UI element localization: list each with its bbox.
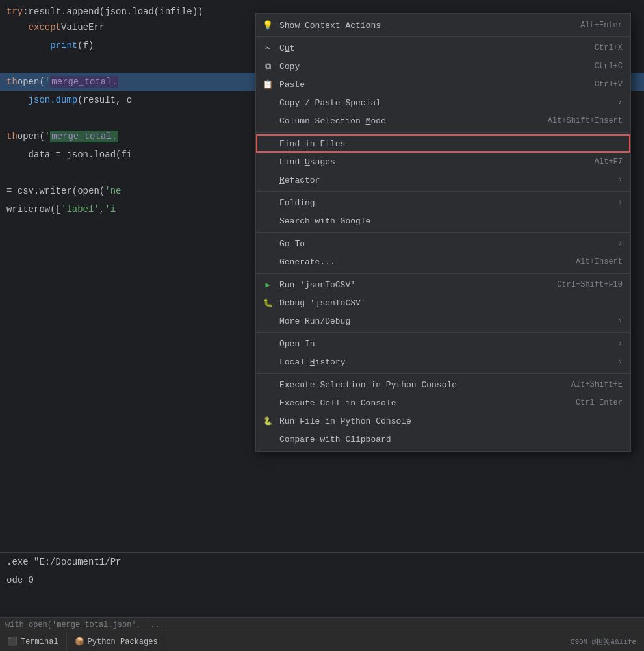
menu-divider	[256, 273, 630, 274]
arrow-icon: ›	[618, 175, 623, 185]
python-packages-tab-label: Python Packages	[88, 637, 158, 646]
menu-label: Generate...	[279, 257, 335, 267]
menu-item-search-google[interactable]: Search with Google	[256, 212, 630, 230]
menu-label: Local History	[279, 357, 345, 367]
menu-item-debug[interactable]: 🐛 Debug 'jsonToCSV'	[256, 294, 630, 312]
menu-item-generate[interactable]: Generate... Alt+Insert	[256, 253, 630, 271]
terminal-tab-label: Terminal	[21, 637, 58, 646]
menu-label: Find Usages	[279, 157, 335, 167]
menu-label: Folding	[279, 198, 315, 208]
shortcut: Ctrl+V	[595, 80, 623, 89]
arrow-icon: ›	[618, 239, 623, 248]
menu-label: Show Context Actions	[279, 21, 381, 31]
menu-label: Debug 'jsonToCSV'	[279, 298, 366, 308]
scissors-icon: ✂	[261, 43, 274, 53]
menu-label: More Run/Debug	[279, 316, 350, 326]
menu-divider	[256, 332, 630, 333]
menu-item-copy-paste-special[interactable]: Copy / Paste Special ›	[256, 94, 630, 112]
copy-icon: ⧉	[261, 62, 274, 71]
menu-divider	[256, 36, 630, 37]
arrow-icon: ›	[618, 316, 623, 326]
python-packages-tab[interactable]: 📦 Python Packages	[67, 632, 166, 651]
menu-item-open-in[interactable]: Open In ›	[256, 335, 630, 353]
menu-label: Run 'jsonToCSV'	[279, 280, 355, 290]
menu-label: Open In	[279, 339, 315, 349]
menu-item-execute-cell[interactable]: Execute Cell in Console Ctrl+Enter	[256, 394, 630, 412]
menu-item-run-file-python[interactable]: 🐍 Run File in Python Console	[256, 412, 630, 430]
terminal-line: ode 0	[0, 571, 644, 589]
menu-label: Search with Google	[279, 216, 370, 226]
menu-label: Compare with Clipboard	[279, 435, 391, 444]
menu-item-paste[interactable]: 📋 Paste Ctrl+V	[256, 75, 630, 94]
menu-label: Column Selection Mode	[279, 116, 386, 126]
menu-item-local-history[interactable]: Local History ›	[256, 353, 630, 371]
menu-item-find-in-files[interactable]: Find in Files	[256, 134, 630, 153]
menu-item-execute-selection[interactable]: Execute Selection in Python Console Alt+…	[256, 376, 630, 394]
shortcut: Ctrl+X	[595, 44, 623, 53]
menu-divider	[256, 132, 630, 133]
terminal-icon: ⬛	[8, 637, 18, 646]
menu-item-cut[interactable]: ✂ Cut Ctrl+X	[256, 39, 630, 57]
menu-item-run[interactable]: ▶ Run 'jsonToCSV' Ctrl+Shift+F10	[256, 275, 630, 294]
menu-divider	[256, 191, 630, 192]
shortcut: Alt+Enter	[580, 21, 623, 30]
bottom-info-text: with open('merge_total.json', '...	[5, 620, 164, 630]
shortcut: Ctrl+Enter	[576, 398, 623, 407]
run-icon: ▶	[261, 280, 274, 290]
terminal-line: .exe "E:/Document1/Pr	[0, 553, 644, 571]
menu-label: Go To	[279, 239, 305, 249]
terminal-tab[interactable]: ⬛ Terminal	[0, 632, 67, 651]
shortcut: Ctrl+C	[595, 62, 623, 71]
status-right: CSDN @担笑&&life	[571, 637, 644, 646]
menu-item-folding[interactable]: Folding ›	[256, 194, 630, 212]
arrow-icon: ›	[618, 198, 623, 207]
shortcut: Alt+Insert	[576, 257, 623, 266]
shortcut: Ctrl+Shift+F10	[557, 280, 623, 289]
menu-item-more-run-debug[interactable]: More Run/Debug ›	[256, 312, 630, 330]
menu-label: Execute Selection in Python Console	[279, 380, 457, 390]
menu-item-compare-clipboard[interactable]: Compare with Clipboard	[256, 430, 630, 448]
menu-label: Run File in Python Console	[279, 416, 411, 426]
menu-label: Execute Cell in Console	[279, 398, 396, 408]
menu-item-show-context-actions[interactable]: 💡 Show Context Actions Alt+Enter	[256, 16, 630, 34]
menu-label: Copy / Paste Special	[279, 98, 381, 108]
shortcut: Alt+F7	[595, 157, 623, 166]
menu-divider	[256, 232, 630, 233]
menu-label: Copy	[279, 62, 300, 71]
menu-item-refactor[interactable]: Refactor ›	[256, 171, 630, 189]
arrow-icon: ›	[618, 339, 623, 348]
status-right-text: CSDN @担笑&&life	[571, 638, 636, 646]
debug-icon: 🐛	[261, 298, 274, 308]
arrow-icon: ›	[618, 357, 623, 366]
paste-icon: 📋	[261, 79, 274, 90]
python-packages-icon: 📦	[75, 637, 84, 646]
menu-item-find-usages[interactable]: Find Usages Alt+F7	[256, 153, 630, 171]
menu-item-go-to[interactable]: Go To ›	[256, 235, 630, 253]
run-python-icon: 🐍	[261, 416, 274, 426]
menu-label: Refactor	[279, 175, 320, 185]
menu-label: Cut	[279, 44, 294, 53]
menu-label: Paste	[279, 80, 305, 90]
status-bar: ⬛ Terminal 📦 Python Packages CSDN @担笑&&l…	[0, 632, 644, 651]
menu-divider	[256, 373, 630, 374]
shortcut: Alt+Shift+E	[571, 380, 623, 389]
menu-label: Find in Files	[279, 139, 345, 149]
bulb-icon: 💡	[261, 20, 274, 31]
arrow-icon: ›	[618, 98, 623, 107]
shortcut: Alt+Shift+Insert	[548, 116, 623, 125]
context-menu: 💡 Show Context Actions Alt+Enter ✂ Cut C…	[255, 13, 631, 452]
menu-item-column-selection[interactable]: Column Selection Mode Alt+Shift+Insert	[256, 112, 630, 130]
bottom-info-bar: with open('merge_total.json', '...	[0, 617, 644, 632]
menu-item-copy[interactable]: ⧉ Copy Ctrl+C	[256, 57, 630, 75]
